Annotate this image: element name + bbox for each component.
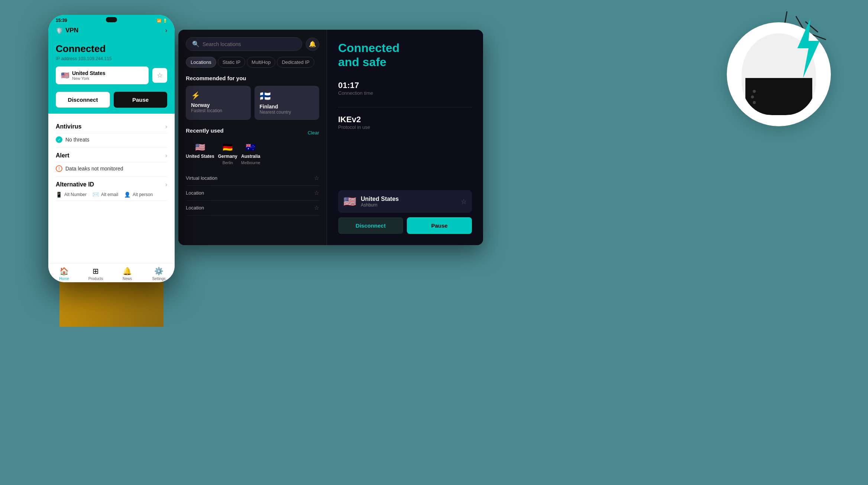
products-label: Products — [88, 277, 103, 281]
recent-australia[interactable]: 🇦🇺 Australia Melbourne — [241, 143, 260, 165]
phone-vpn-title: VPN — [65, 27, 78, 34]
alt-number-label: Alt Number — [64, 192, 87, 197]
phone-disconnect-button[interactable]: Disconnect — [56, 92, 110, 108]
star-icon-2[interactable]: ☆ — [314, 189, 319, 196]
notification-bell-button[interactable]: 🔔 — [306, 38, 319, 51]
australia-city: Melbourne — [241, 160, 260, 165]
alt-id-section: Alternative ID › 📱 Alt Number ✉️ Alt ema… — [56, 177, 167, 201]
svg-marker-0 — [797, 19, 820, 78]
tab-locations[interactable]: Locations — [186, 57, 216, 68]
phone-screen: 15:39 📶 🔋 🛡️ VPN › Connected IP add — [48, 15, 175, 282]
status-time: 15:39 — [56, 18, 67, 23]
recommended-grid: ⚡ Norway Fastest location 🇫🇮 Finland Nea… — [186, 86, 319, 120]
finland-name: Finland — [260, 104, 314, 110]
alert-status-text: Data leaks not monitored — [65, 166, 123, 172]
home-label: Home — [59, 277, 69, 281]
protocol-stat: IKEv2 Protocol in use — [338, 115, 472, 130]
alt-email-label: Alt email — [101, 192, 118, 197]
protocol-label: Protocol in use — [338, 124, 472, 130]
alt-person-icon: 👤 — [124, 192, 130, 198]
alt-person-label: Alt person — [133, 192, 153, 197]
alt-id-chevron[interactable]: › — [165, 181, 167, 188]
nav-news[interactable]: 🔔 News — [111, 267, 143, 281]
notch — [106, 17, 117, 22]
home-icon: 🏠 — [59, 267, 69, 276]
connected-country-star[interactable]: ☆ — [461, 198, 467, 206]
phone-loc-info: United States New York — [72, 70, 105, 81]
star-icon-1[interactable]: ☆ — [314, 175, 319, 182]
phone-loc-city: New York — [72, 76, 105, 81]
rec-card-finland[interactable]: 🇫🇮 Finland Nearest country — [255, 86, 320, 120]
rec-card-norway[interactable]: ⚡ Norway Fastest location — [186, 86, 251, 120]
connected-country-info: United States Ashburn — [361, 196, 399, 208]
status-icons: 📶 🔋 — [157, 19, 167, 23]
loc-text-2: Location — [186, 190, 310, 196]
protocol-value: IKEv2 — [338, 115, 472, 124]
location-item-1[interactable]: Virtual location ☆ — [186, 171, 319, 186]
alert-warning-icon: ! — [56, 165, 62, 172]
connection-time-stat: 01:17 Connection time — [338, 81, 472, 96]
finland-flag: 🇫🇮 — [260, 91, 314, 101]
search-input[interactable] — [203, 41, 296, 47]
clear-button[interactable]: Clear — [308, 130, 319, 136]
tab-dedicated-ip[interactable]: Dedicated IP — [277, 57, 314, 68]
nav-settings[interactable]: ⚙️ Settings — [143, 267, 175, 281]
alt-person-item[interactable]: 👤 Alt person — [124, 192, 153, 198]
alert-status-row: ! Data leaks not monitored — [56, 162, 167, 177]
antivirus-title: Antivirus — [56, 123, 81, 130]
loc-text-1: Virtual location — [186, 175, 310, 181]
alt-number-icon: 📱 — [56, 192, 62, 198]
antivirus-section-header: Antivirus › — [56, 119, 167, 133]
norway-name: Norway — [191, 102, 246, 108]
phone-loc-country: United States — [72, 70, 105, 76]
antivirus-chevron[interactable]: › — [165, 123, 167, 130]
nav-home[interactable]: 🏠 Home — [48, 267, 80, 281]
nav-products[interactable]: ⊞ Products — [80, 267, 111, 281]
phone-location-star-button[interactable]: ☆ — [152, 68, 167, 83]
tablet-panel: 🔍 🔔 Locations Static IP MultiHop Dedicat… — [178, 30, 483, 245]
tab-navigation: Locations Static IP MultiHop Dedicated I… — [186, 57, 319, 68]
phone-white-section: Antivirus › ✓ No threats Alert › ! Data … — [48, 114, 175, 206]
connected-country-flag: 🇺🇸 — [343, 195, 356, 208]
star-icon-3[interactable]: ☆ — [314, 204, 319, 211]
us-flag: 🇺🇸 — [195, 143, 205, 152]
connected-country-city: Ashburn — [361, 202, 399, 208]
alt-email-icon: ✉️ — [93, 192, 99, 198]
phone-header-chevron[interactable]: › — [165, 27, 167, 34]
connection-time-label: Connection time — [338, 90, 472, 96]
search-box[interactable]: 🔍 — [186, 37, 302, 51]
phone-loc-flag: 🇺🇸 — [61, 71, 69, 79]
norway-sub: Fastest location — [191, 108, 246, 113]
tablet-locations-panel: 🔍 🔔 Locations Static IP MultiHop Dedicat… — [178, 30, 327, 245]
recommended-title: Recommended for you — [186, 75, 319, 81]
phone-app-header: 🛡️ VPN › — [48, 25, 175, 39]
finland-sub: Nearest country — [260, 110, 314, 115]
settings-icon: ⚙️ — [154, 267, 163, 276]
settings-label: Settings — [152, 277, 165, 281]
germany-flag: 🇩🇪 — [223, 143, 233, 152]
alt-email-item[interactable]: ✉️ Alt email — [93, 192, 118, 198]
phone-location-row: 🇺🇸 United States New York ☆ — [56, 66, 167, 84]
connected-country-name: United States — [361, 196, 399, 202]
phone-status-bar: 15:39 📶 🔋 — [48, 15, 175, 25]
tablet-disconnect-button[interactable]: Disconnect — [338, 217, 403, 234]
recent-germany[interactable]: 🇩🇪 Germany Berlin — [218, 143, 237, 165]
products-icon: ⊞ — [93, 267, 99, 276]
phone-pause-button[interactable]: Pause — [114, 92, 167, 108]
alt-number-item[interactable]: 📱 Alt Number — [56, 192, 87, 198]
location-item-2[interactable]: Location ☆ — [186, 186, 319, 201]
tab-multihop[interactable]: MultiHop — [247, 57, 275, 68]
tablet-status-panel: Connectedand safe 01:17 Connection time … — [327, 30, 483, 245]
phone-ip-address: IP address 103.109.244.115 — [56, 56, 167, 61]
phone-location-button[interactable]: 🇺🇸 United States New York — [56, 66, 149, 84]
tablet-pause-button[interactable]: Pause — [407, 217, 472, 234]
antivirus-status-row: ✓ No threats — [56, 133, 167, 148]
tab-static-ip[interactable]: Static IP — [218, 57, 245, 68]
location-item-3[interactable]: Location ☆ — [186, 201, 319, 215]
phone-bottom-nav: 🏠 Home ⊞ Products 🔔 News ⚙️ Settings — [48, 263, 175, 282]
recent-grid: 🇺🇸 United States 🇩🇪 Germany Berlin 🇦🇺 Au… — [186, 143, 319, 165]
recently-used-header: Recently used Clear — [186, 127, 319, 138]
recent-us[interactable]: 🇺🇸 United States — [186, 143, 214, 165]
alert-chevron[interactable]: › — [165, 152, 167, 159]
alt-id-header: Alternative ID › — [56, 181, 167, 188]
